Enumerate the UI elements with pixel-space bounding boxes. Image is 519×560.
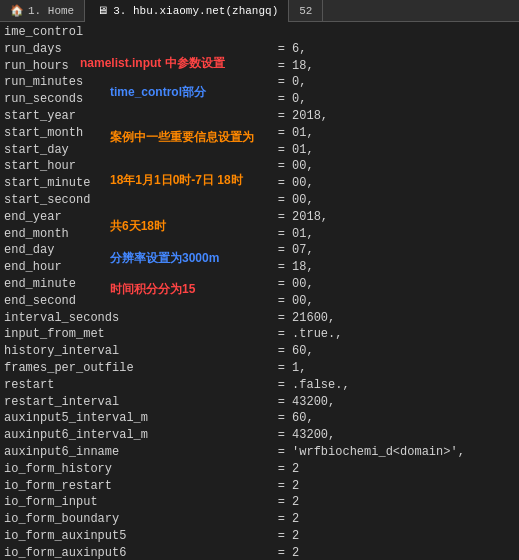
line-io-form-history: io_form_history = 2 <box>4 461 515 478</box>
annotation-time-control: time_control部分 <box>110 84 206 101</box>
annotation-resolution: 分辨率设置为3000m <box>110 250 219 267</box>
line-input-from-met: input_from_met = .true., <box>4 326 515 343</box>
line-start-minute: start_minute = 00, <box>4 175 515 192</box>
tab-bar: 🏠 1. Home 🖥 3. hbu.xiaomy.net(zhangq) 52 <box>0 0 519 22</box>
home-icon: 🏠 <box>10 4 24 18</box>
line-auxinput5-interval: auxinput5_interval_m = 60, <box>4 410 515 427</box>
line-start-year: start_year = 2018, <box>4 108 515 125</box>
line-io-form-restart: io_form_restart = 2 <box>4 478 515 495</box>
tab-remote-label: 3. hbu.xiaomy.net(zhangq) <box>113 5 278 17</box>
tab-remote[interactable]: 🖥 3. hbu.xiaomy.net(zhangq) <box>85 0 289 22</box>
line-restart: restart = .false., <box>4 377 515 394</box>
line-history-interval: history_interval = 60, <box>4 343 515 360</box>
line-end-year: end_year = 2018, <box>4 209 515 226</box>
tab-home[interactable]: 🏠 1. Home <box>0 0 85 22</box>
line-end-day: end_day = 07, <box>4 242 515 259</box>
annotation-interval: 时间积分分为15 <box>110 281 195 298</box>
line-start-month: start_month = 01, <box>4 125 515 142</box>
line-interval-seconds: interval_seconds = 21600, <box>4 310 515 327</box>
line-io-form-auxinput6: io_form_auxinput6 = 2 <box>4 545 515 560</box>
line-restart-interval: restart_interval = 43200, <box>4 394 515 411</box>
line-run-minutes: run_minutes = 0, <box>4 74 515 91</box>
line-time-control: ime_control <box>4 24 515 41</box>
line-auxinput6-interval: auxinput6_interval_m = 43200, <box>4 427 515 444</box>
tab-number[interactable]: 52 <box>289 0 323 22</box>
line-end-minute: end_minute = 00, <box>4 276 515 293</box>
code-content: namelist.input 中参数设置 time_control部分 案例中一… <box>0 22 519 560</box>
tab-number-label: 52 <box>299 5 312 17</box>
annotation-namelist: namelist.input 中参数设置 <box>80 55 225 72</box>
line-end-hour: end_hour = 18, <box>4 259 515 276</box>
annotation-datetime: 18年1月1日0时-7日 18时 <box>110 172 243 189</box>
remote-icon: 🖥 <box>95 4 109 18</box>
tab-home-label: 1. Home <box>28 5 74 17</box>
line-auxinput6-inname: auxinput6_inname = 'wrfbiochemi_d<domain… <box>4 444 515 461</box>
line-io-form-auxinput5: io_form_auxinput5 = 2 <box>4 528 515 545</box>
line-start-second: start_second = 00, <box>4 192 515 209</box>
line-run-seconds: run_seconds = 0, <box>4 91 515 108</box>
line-start-hour: start_hour = 00, <box>4 158 515 175</box>
line-io-form-boundary: io_form_boundary = 2 <box>4 511 515 528</box>
line-io-form-input: io_form_input = 2 <box>4 494 515 511</box>
line-end-second: end_second = 00, <box>4 293 515 310</box>
line-frames-per-outfile: frames_per_outfile = 1, <box>4 360 515 377</box>
annotation-important: 案例中一些重要信息设置为 <box>110 129 254 146</box>
annotation-days: 共6天18时 <box>110 218 166 235</box>
line-end-month: end_month = 01, <box>4 226 515 243</box>
line-start-day: start_day = 01, <box>4 142 515 159</box>
